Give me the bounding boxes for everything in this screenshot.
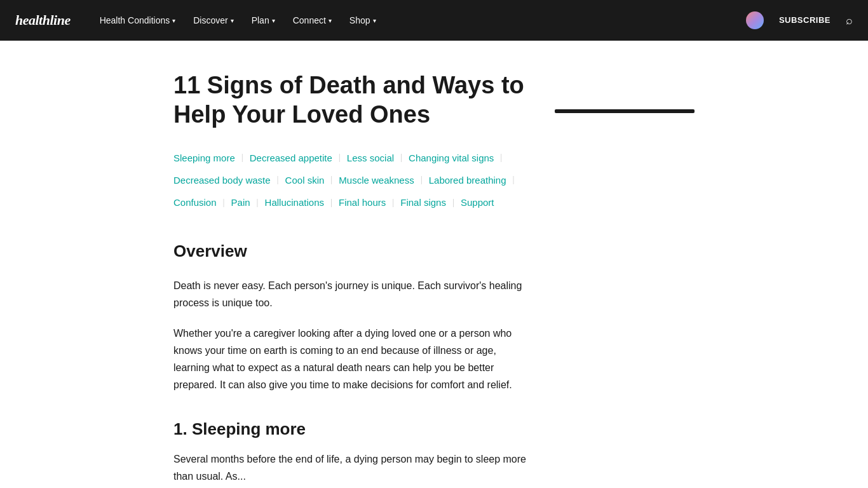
main-content: 11 Signs of Death and Ways to Help Your … [148, 41, 720, 488]
nav-item-connect[interactable]: Connect ▾ [284, 0, 341, 41]
separator: | [513, 169, 515, 191]
nav-item-plan[interactable]: Plan ▾ [243, 0, 284, 41]
link-less-social[interactable]: Less social [347, 147, 394, 169]
separator: | [500, 147, 502, 169]
article-nav-links: Sleeping more | Decreased appetite | Les… [173, 147, 529, 212]
sidebar-bar [555, 109, 695, 113]
separator: | [241, 147, 243, 169]
search-icon[interactable]: ⌕ [846, 11, 853, 30]
link-labored-breathing[interactable]: Labored breathing [429, 169, 506, 191]
subscribe-button[interactable]: SUBSCRIBE [774, 14, 836, 27]
nav-item-shop[interactable]: Shop ▾ [341, 0, 385, 41]
link-decreased-body-waste[interactable]: Decreased body waste [173, 169, 271, 191]
separator: | [223, 192, 225, 213]
site-logo[interactable]: healthline [15, 9, 71, 31]
link-muscle-weakness[interactable]: Muscle weakness [339, 169, 414, 191]
link-final-signs[interactable]: Final signs [400, 192, 446, 213]
chevron-down-icon: ▾ [373, 16, 376, 26]
link-hallucinations[interactable]: Hallucinations [265, 192, 324, 213]
article-title: 11 Signs of Death and Ways to Help Your … [173, 71, 529, 129]
nav-item-health-conditions[interactable]: Health Conditions ▾ [91, 0, 185, 41]
article-body: 11 Signs of Death and Ways to Help Your … [173, 71, 529, 485]
section1-heading: 1. Sleeping more [173, 416, 529, 443]
link-pain[interactable]: Pain [231, 192, 250, 213]
link-support[interactable]: Support [461, 192, 494, 213]
separator: | [452, 192, 454, 213]
link-changing-vital-signs[interactable]: Changing vital signs [409, 147, 494, 169]
chevron-down-icon: ▾ [231, 16, 234, 26]
chevron-down-icon: ▾ [272, 16, 275, 26]
overview-heading: Overview [173, 238, 529, 265]
section1-text: Several months before the end of life, a… [173, 451, 529, 485]
separator: | [257, 192, 259, 213]
link-decreased-appetite[interactable]: Decreased appetite [250, 147, 332, 169]
separator: | [339, 147, 341, 169]
main-nav: healthline Health Conditions ▾ Discover … [0, 0, 868, 41]
nav-right: SUBSCRIBE ⌕ [746, 11, 853, 30]
overview-paragraph-1: Death is never easy. Each person's journ… [173, 277, 529, 311]
separator: | [400, 147, 402, 169]
separator: | [421, 169, 423, 191]
language-icon[interactable] [746, 11, 764, 29]
overview-paragraph-2: Whether you're a caregiver looking after… [173, 325, 529, 394]
nav-item-discover[interactable]: Discover ▾ [184, 0, 242, 41]
chevron-down-icon: ▾ [172, 16, 175, 26]
link-cool-skin[interactable]: Cool skin [285, 169, 325, 191]
chevron-down-icon: ▾ [329, 16, 332, 26]
separator: | [277, 169, 279, 191]
link-sleeping-more[interactable]: Sleeping more [173, 147, 235, 169]
separator: | [392, 192, 394, 213]
separator: | [330, 169, 332, 191]
link-confusion[interactable]: Confusion [173, 192, 217, 213]
nav-links: Health Conditions ▾ Discover ▾ Plan ▾ Co… [91, 0, 746, 41]
separator: | [330, 192, 332, 213]
link-final-hours[interactable]: Final hours [339, 192, 386, 213]
sidebar [555, 71, 695, 485]
